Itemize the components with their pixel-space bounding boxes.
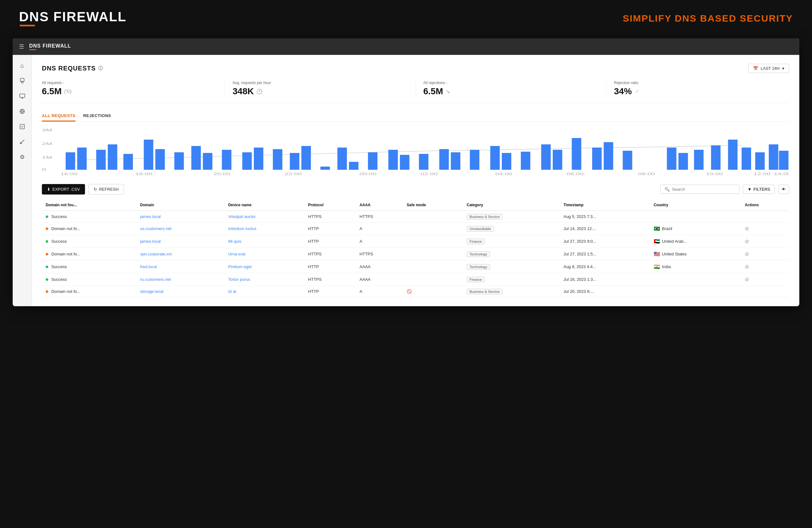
svg-rect-23 — [108, 144, 117, 170]
action-icon-3[interactable]: ⊘ — [745, 251, 749, 257]
sidebar-item-tools[interactable] — [16, 136, 28, 147]
search-box[interactable]: 🔍 — [661, 185, 740, 194]
cell-protocol-3: HTTPS — [304, 248, 356, 260]
cell-device-6[interactable]: Id at — [224, 286, 304, 297]
sidebar-item-network[interactable] — [16, 106, 28, 117]
cell-domain-3[interactable]: vpn.corporate.xm — [136, 248, 224, 260]
svg-rect-35 — [301, 146, 311, 170]
svg-rect-36 — [320, 167, 330, 170]
svg-rect-38 — [349, 162, 359, 170]
cell-device-5[interactable]: Tortor purus — [224, 273, 304, 286]
cell-device-2[interactable]: Mi quis — [224, 235, 304, 248]
time-filter-button[interactable]: 📅 LAST 24H ▾ — [748, 64, 789, 73]
cell-device-3[interactable]: Urna erat — [224, 248, 304, 260]
svg-rect-20 — [66, 152, 75, 170]
hamburger-icon[interactable]: ☰ — [19, 43, 24, 50]
stat-all-rejections: All rejections › 6.5M ↘ — [423, 81, 598, 97]
svg-rect-48 — [521, 152, 530, 170]
cell-device-4[interactable]: Pretium eget — [224, 260, 304, 273]
cell-actions-1[interactable]: ⊘ — [741, 223, 789, 235]
svg-text:14:00: 14:00 — [774, 172, 789, 176]
svg-rect-47 — [502, 153, 511, 170]
cell-domain-2[interactable]: james.local — [136, 235, 224, 248]
sidebar-item-monitor[interactable] — [16, 90, 28, 102]
table-row: Domain not fo... us.customers.net Interd… — [42, 223, 789, 235]
cell-domain-5[interactable]: ru.customers.net — [136, 273, 224, 286]
svg-rect-22 — [96, 150, 106, 170]
cell-domain-1[interactable]: us.customers.net — [136, 223, 224, 235]
cell-protocol-6: HTTP — [304, 286, 356, 297]
sidebar-item-settings[interactable]: ⚙ — [16, 151, 28, 163]
cell-device-0[interactable]: Volutpat auctor — [224, 211, 304, 223]
refresh-icon: ↻ — [93, 187, 97, 192]
cell-domain-4[interactable]: fred.local — [136, 260, 224, 273]
stat-avg-icon: 🕐 — [256, 88, 263, 95]
tab-rejections[interactable]: REJECTIONS — [83, 111, 111, 122]
svg-text:0: 0 — [42, 168, 46, 172]
svg-rect-68 — [679, 153, 688, 170]
svg-rect-70 — [711, 145, 721, 170]
sidebar-item-tasks[interactable] — [16, 121, 28, 132]
flag-icon-3: 🇺🇸 — [654, 251, 660, 257]
cell-timestamp-4: Aug 9, 2023 4:4... — [560, 260, 650, 273]
app-logo-text: DNS FIREWALL — [29, 43, 71, 48]
cell-actions-4[interactable]: ⊘ — [741, 260, 789, 273]
app-window: ☰ DNS FIREWALL ⌂ — [13, 38, 799, 306]
export-button[interactable]: ⬇ EXPORT .CSV — [42, 184, 85, 195]
action-icon-2[interactable]: ⊘ — [745, 239, 749, 244]
stat-ratio-value: 34% ⟋ — [614, 86, 779, 97]
cell-aaaa-1: A — [356, 223, 403, 235]
page-header: DNS REQUESTS ⓘ 📅 LAST 24H ▾ — [42, 64, 789, 73]
cell-timestamp-0: Aug 5, 2023 7:3... — [560, 211, 650, 223]
action-icon-5[interactable]: ⊘ — [745, 277, 749, 282]
stat-separator-1 — [224, 81, 225, 97]
search-input[interactable] — [672, 187, 736, 192]
app-body: ⌂ — [13, 55, 799, 306]
action-icon-4[interactable]: ⊘ — [745, 264, 749, 269]
cell-category-2: Finance — [463, 235, 560, 248]
cell-protocol-1: HTTP — [304, 223, 356, 235]
data-table: Domain not fou... Domain Device name Pro… — [42, 200, 789, 297]
cell-timestamp-3: Jul 27, 2023 1:5... — [560, 248, 650, 260]
action-icon-1[interactable]: ⊘ — [745, 226, 749, 231]
cell-country-1: 🇧🇷Brazil — [650, 223, 741, 235]
svg-rect-46 — [490, 146, 500, 170]
cell-domain-6[interactable]: storage.local — [136, 286, 224, 297]
table-row: Domain not fo... vpn.corporate.xm Urna e… — [42, 248, 789, 260]
cell-protocol-5: HTTPS — [304, 273, 356, 286]
sidebar-item-security[interactable] — [16, 75, 28, 87]
cell-aaaa-4: AAAA — [356, 260, 403, 273]
cell-status-4: Success — [42, 260, 136, 273]
svg-rect-67 — [667, 147, 676, 170]
filters-button[interactable]: ▼ FILTERS — [743, 185, 775, 194]
svg-text:10:00: 10:00 — [706, 172, 723, 176]
svg-rect-74 — [769, 144, 778, 170]
svg-rect-75 — [779, 151, 788, 170]
tab-all-requests[interactable]: ALL REQUESTS — [42, 111, 75, 122]
hero-logo: DNS FIREWALL — [19, 10, 127, 26]
col-header-status: Domain not fou... — [42, 200, 136, 211]
cell-domain-0[interactable]: james.local — [136, 211, 224, 223]
cell-actions-2[interactable]: ⊘ — [741, 235, 789, 248]
refresh-button[interactable]: ↻ REFRESH — [88, 184, 124, 195]
svg-rect-33 — [273, 149, 282, 170]
sidebar-item-home[interactable]: ⌂ — [16, 60, 28, 71]
col-header-aaaa: AAAA — [356, 200, 403, 211]
columns-toggle-button[interactable]: 👁 — [778, 185, 789, 194]
svg-rect-27 — [174, 152, 184, 170]
cell-device-1[interactable]: Interdum luctus — [224, 223, 304, 235]
stat-all-requests-label: All requests › — [42, 81, 207, 85]
svg-rect-21 — [77, 147, 87, 170]
svg-rect-34 — [290, 153, 300, 170]
cell-actions-5[interactable]: ⊘ — [741, 273, 789, 286]
cell-country-2: 🇦🇪United Arab... — [650, 235, 741, 248]
table-row: Domain not fo... storage.local Id at HTT… — [42, 286, 789, 297]
table-row: Success ru.customers.net Tortor purus HT… — [42, 273, 789, 286]
calendar-icon: 📅 — [753, 66, 758, 71]
cell-actions-3[interactable]: ⊘ — [741, 248, 789, 260]
cell-status-5: Success — [42, 273, 136, 286]
svg-rect-37 — [337, 147, 347, 170]
cell-timestamp-5: Jul 16, 2023 1:3... — [560, 273, 650, 286]
main-content: DNS REQUESTS ⓘ 📅 LAST 24H ▾ All requests… — [32, 55, 799, 306]
sidebar: ⌂ — [13, 55, 32, 306]
